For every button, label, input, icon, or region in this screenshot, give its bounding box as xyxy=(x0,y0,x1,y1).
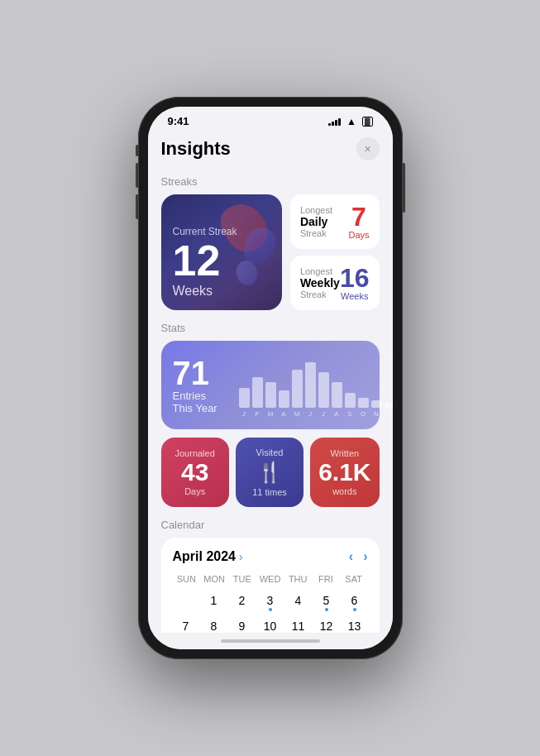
calendar-day-header: THU xyxy=(284,572,312,586)
battery-icon: ▓ xyxy=(362,117,373,127)
longest-weekly-top: Longest xyxy=(300,266,340,276)
calendar-days-header: SUNMONTUEWEDTHUFRISAT xyxy=(173,572,368,586)
home-bar xyxy=(221,639,320,643)
calendar-day[interactable]: 9 xyxy=(229,616,256,633)
calendar-day[interactable]: 6 xyxy=(342,591,368,615)
chart-month-label: J xyxy=(305,410,316,418)
calendar-day[interactable]: 3 xyxy=(257,591,284,615)
chart-bar xyxy=(345,393,356,408)
chart-bar xyxy=(371,400,382,408)
signal-icon xyxy=(328,117,341,126)
status-time: 9:41 xyxy=(168,115,189,127)
chart-month-label: D xyxy=(385,410,393,418)
visited-label-top: Visited xyxy=(256,447,284,457)
visited-card: Visited 🍴 11 times xyxy=(236,438,303,507)
entries-label2: This Year xyxy=(173,402,231,414)
current-streak-unit: Weeks xyxy=(173,284,270,299)
streaks-section-label: Streaks xyxy=(161,175,380,188)
journaled-number: 43 xyxy=(181,460,208,485)
small-stats-row: Journaled 43 Days Visited 🍴 11 times Wri… xyxy=(161,438,380,507)
phone-shell: 9:41 ▲ ▓ Insights × S xyxy=(138,97,403,659)
calendar-day-header: SUN xyxy=(173,572,201,586)
journaled-label-top: Journaled xyxy=(174,448,214,458)
page-title: Insights xyxy=(161,138,231,160)
calendar-card: April 2024 › ‹ › SUNMONTUEWEDTHUFRISAT 1… xyxy=(161,538,380,633)
longest-daily-number: 7 xyxy=(351,203,366,230)
longest-weekly-number: 16 xyxy=(340,265,370,291)
longest-weekly-left: Longest Weekly Streak xyxy=(300,266,340,299)
longest-weekly-right: 16 Weeks xyxy=(340,265,370,301)
calendar-day[interactable]: 12 xyxy=(313,616,340,633)
calendar-forward-arrow[interactable]: › xyxy=(239,550,243,563)
chart-bar xyxy=(265,382,276,408)
longest-daily-bot: Streak xyxy=(300,228,332,238)
entries-number: 71 xyxy=(173,356,231,390)
written-card: Written 6.1K words xyxy=(310,438,379,507)
close-icon: × xyxy=(364,143,370,155)
stats-entries-left: 71 Entries This Year xyxy=(173,352,231,418)
calendar-month-text: April 2024 xyxy=(173,549,236,564)
calendar-day[interactable]: 5 xyxy=(313,591,340,615)
calendar-next-button[interactable]: › xyxy=(363,549,367,564)
stats-section-label: Stats xyxy=(161,322,380,334)
chart-bar xyxy=(279,390,289,408)
chart-month-label: M xyxy=(292,410,303,418)
written-label-bot: words xyxy=(332,486,356,496)
chart-bar xyxy=(318,372,329,408)
calendar-day[interactable]: 4 xyxy=(285,591,312,615)
calendar-day[interactable]: 2 xyxy=(229,591,256,615)
calendar-entry-dot xyxy=(325,608,328,611)
entries-chart: 20 10 JFMAMJJASOND xyxy=(239,352,393,418)
chart-month-label: J xyxy=(239,410,250,418)
signal-bar-4 xyxy=(338,118,341,126)
journaled-label-bot: Days xyxy=(184,486,205,496)
calendar-day[interactable]: 13 xyxy=(342,616,368,633)
calendar-month: April 2024 › xyxy=(173,549,243,564)
chart-bar xyxy=(385,403,393,408)
stats-main-card: 71 Entries This Year 20 10 JFMAMJJASOND xyxy=(161,341,380,429)
content-area: Insights × Streaks Current Streak 12 Wee… xyxy=(148,131,393,633)
home-indicator xyxy=(148,633,393,649)
calendar-day xyxy=(173,591,199,615)
calendar-day[interactable]: 1 xyxy=(201,591,227,615)
longest-weekly-unit: Weeks xyxy=(341,291,368,301)
calendar-day[interactable]: 7 xyxy=(173,616,199,633)
calendar-section-label: Calendar xyxy=(161,519,380,531)
calendar-day-header: MON xyxy=(200,572,228,586)
page-header: Insights × xyxy=(161,131,380,172)
status-icons: ▲ ▓ xyxy=(328,116,372,127)
longest-weekly-mid: Weekly xyxy=(300,276,340,289)
chart-month-label: O xyxy=(358,410,369,418)
calendar-entry-dot xyxy=(269,608,272,611)
calendar-day-header: WED xyxy=(256,572,284,586)
calendar-prev-button[interactable]: ‹ xyxy=(349,549,353,564)
chart-months: JFMAMJJASOND xyxy=(239,410,393,418)
calendar-day-header: SAT xyxy=(340,572,368,586)
calendar-grid: 12345678910111213 xyxy=(173,591,368,633)
signal-bar-2 xyxy=(332,122,334,126)
chart-bar xyxy=(358,398,369,408)
chart-month-label: J xyxy=(318,410,329,418)
calendar-day[interactable]: 8 xyxy=(201,616,227,633)
chart-month-label: N xyxy=(371,410,382,418)
volume-up-button xyxy=(136,163,138,188)
chart-month-label: M xyxy=(265,410,276,418)
chart-label-20: 20 xyxy=(386,352,392,361)
calendar-day[interactable]: 10 xyxy=(257,616,284,633)
volume-down-button xyxy=(136,194,138,219)
chart-bar xyxy=(292,370,303,408)
streaks-row: Current Streak 12 Weeks Longest Daily St… xyxy=(161,194,380,310)
longest-daily-unit: Days xyxy=(348,230,369,240)
current-streak-card: Current Streak 12 Weeks xyxy=(161,194,282,310)
longest-daily-right: 7 Days xyxy=(348,203,369,240)
calendar-day-header: FRI xyxy=(312,572,340,586)
longest-weekly-bot: Streak xyxy=(300,289,340,299)
longest-daily-top: Longest xyxy=(300,205,332,215)
chart-month-label: F xyxy=(252,410,263,418)
entries-label1: Entries xyxy=(173,390,231,402)
longest-daily-mid: Daily xyxy=(300,215,332,228)
close-button[interactable]: × xyxy=(356,137,380,160)
calendar-navigation: ‹ › xyxy=(349,549,368,564)
calendar-day[interactable]: 11 xyxy=(285,616,312,633)
written-label-top: Written xyxy=(330,448,359,458)
